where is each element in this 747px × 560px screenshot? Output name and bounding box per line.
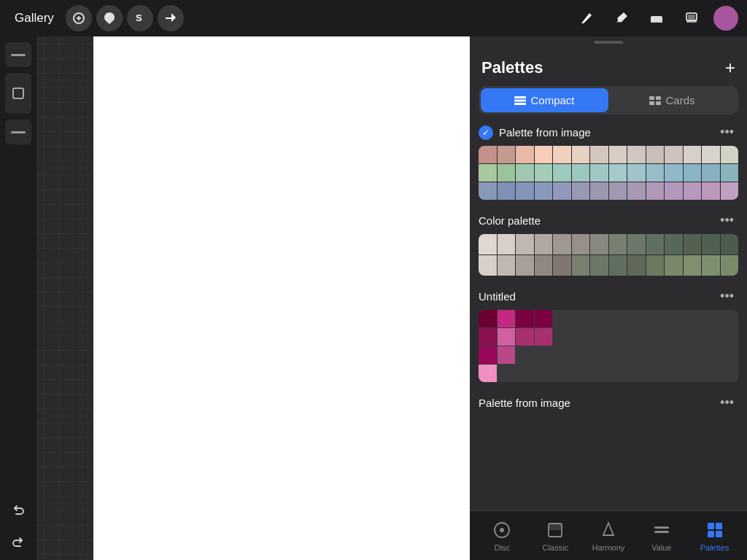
swatch-cell[interactable] [535,164,553,182]
shape-tool-button[interactable] [5,73,31,114]
drawing-canvas[interactable] [93,36,470,560]
swatch-cell[interactable] [627,164,646,182]
swatch-cell[interactable] [516,234,534,254]
swatch-cell[interactable] [479,182,497,200]
cards-tab[interactable]: Cards [608,88,736,112]
swatch-cell[interactable] [535,234,553,254]
palette-more-3[interactable]: ••• [716,287,738,306]
undo-button[interactable] [5,496,31,522]
swatch-cell[interactable] [646,255,665,276]
brush-size-slider[interactable] [5,42,31,67]
swatch-cell[interactable] [516,310,534,327]
swatch-cell[interactable] [721,164,739,182]
swatch-cell[interactable] [627,255,646,276]
swatch-cell[interactable] [665,182,683,200]
classic-tab[interactable]: Classic [529,520,582,552]
swatch-cell[interactable] [684,164,702,182]
swatch-cell[interactable] [479,146,497,163]
swatch-cell[interactable] [535,328,553,346]
swatch-cell[interactable] [498,182,516,200]
palette-more-1[interactable]: ••• [716,123,738,141]
swatch-cell[interactable] [498,310,516,327]
swatch-cell[interactable] [553,164,571,182]
smudge-tool[interactable]: S [127,5,153,31]
swatch-cell[interactable] [684,255,702,276]
swatch-cell[interactable] [665,255,683,276]
palette-list[interactable]: ✓ Palette from image ••• Color palette •… [470,123,747,510]
swatch-cell[interactable] [702,255,720,276]
swatch-cell[interactable] [498,164,516,182]
palette-swatches-1[interactable] [479,146,738,200]
brush-tool-icon[interactable] [608,5,635,31]
user-avatar[interactable] [713,6,738,31]
swatch-cell[interactable] [646,182,665,200]
swatch-cell[interactable] [721,255,739,276]
swatch-cell[interactable] [479,365,497,382]
swatch-cell[interactable] [498,346,516,364]
swatch-cell[interactable] [684,146,702,163]
swatch-cell[interactable] [684,182,702,200]
swatch-cell[interactable] [572,255,590,276]
swatch-cell[interactable] [665,164,683,182]
gallery-button[interactable]: Gallery [9,8,60,28]
swatch-cell[interactable] [590,164,608,182]
swatch-cell[interactable] [627,234,646,254]
swatch-cell[interactable] [702,182,720,200]
eraser-tool-icon[interactable] [643,5,670,31]
palette-swatches-2[interactable] [479,234,738,276]
swatch-cell[interactable] [702,164,720,182]
swatch-cell[interactable] [516,255,534,276]
palette-more-2[interactable]: ••• [716,211,738,230]
swatch-cell[interactable] [590,182,608,200]
swatch-cell[interactable] [553,255,571,276]
swatch-cell[interactable] [479,328,497,346]
swatch-cell[interactable] [516,328,534,346]
swatch-cell[interactable] [572,146,590,163]
swatch-cell[interactable] [609,164,627,182]
add-palette-button[interactable]: + [725,59,735,77]
swatch-cell[interactable] [516,164,534,182]
swatch-cell[interactable] [498,234,516,254]
swatch-cell[interactable] [498,146,516,163]
swatch-cell[interactable] [572,164,590,182]
pen-tool-icon[interactable] [573,5,600,31]
layers-tool-icon[interactable] [678,5,705,31]
swatch-cell[interactable] [479,234,497,254]
swatch-cell[interactable] [721,234,739,254]
swatch-cell[interactable] [535,182,553,200]
swatch-cell[interactable] [479,346,497,364]
swatch-cell[interactable] [590,234,608,254]
swatch-cell[interactable] [535,255,553,276]
swatch-cell[interactable] [646,164,665,182]
swatch-cell[interactable] [498,328,516,346]
swatch-cell[interactable] [684,234,702,254]
swatch-cell[interactable] [516,146,534,163]
swatch-cell[interactable] [572,234,590,254]
swatch-cell[interactable] [665,234,683,254]
swatch-cell[interactable] [646,146,665,163]
swatch-cell[interactable] [609,234,627,254]
swatch-cell[interactable] [553,182,571,200]
swatch-cell[interactable] [627,182,646,200]
redo-button[interactable] [5,528,31,554]
swatch-cell[interactable] [721,146,739,163]
swatch-cell[interactable] [553,146,571,163]
swatch-cell[interactable] [627,146,646,163]
swatch-cell[interactable] [479,164,497,182]
swatch-cell[interactable] [609,182,627,200]
harmony-tab[interactable]: Harmony [582,520,635,552]
swatch-cell[interactable] [479,255,497,276]
value-tab[interactable]: Value [635,520,688,552]
swatch-cell[interactable] [479,310,497,327]
palette-swatches-3[interactable] [479,310,738,382]
swatch-cell[interactable] [590,146,608,163]
modify-tool[interactable] [66,5,92,31]
swatch-cell[interactable] [721,182,739,200]
swatch-cell[interactable] [702,234,720,254]
swatch-cell[interactable] [572,182,590,200]
palette-more-4[interactable]: ••• [716,394,738,412]
palettes-tab[interactable]: Palettes [688,520,741,552]
liquify-tool[interactable] [96,5,123,31]
compact-tab[interactable]: Compact [481,88,608,112]
swatch-cell[interactable] [665,146,683,163]
